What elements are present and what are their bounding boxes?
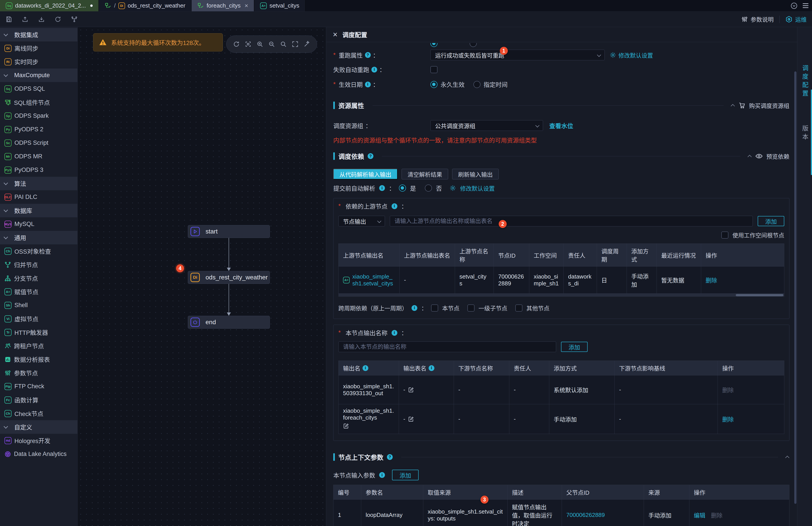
submit-icon[interactable]	[22, 16, 28, 23]
search-icon[interactable]	[280, 41, 287, 47]
collapse-icon[interactable]	[730, 104, 735, 108]
sidebar-item-函数计算[interactable]: Fc函数计算	[0, 393, 77, 407]
buy-resource-group-link[interactable]: 购买调度资源组	[749, 101, 789, 109]
help-icon[interactable]	[368, 153, 373, 159]
save-icon[interactable]	[5, 16, 12, 23]
info-icon[interactable]	[365, 82, 371, 87]
node-end[interactable]: end	[188, 316, 270, 328]
sidebar-item-odps-sql[interactable]: SqODPS SQL	[0, 82, 77, 96]
radio-auto-parse-yes[interactable]	[399, 185, 406, 192]
edit-link[interactable]: 编辑	[694, 512, 705, 519]
tab-foreach-citys[interactable]: foreach_citys×	[192, 0, 255, 11]
clear-parse-button[interactable]: 清空解析结果	[402, 169, 448, 179]
sidebar-item-http触发器[interactable]: TrHTTP触发器	[0, 325, 77, 339]
tab-dataworks-di-2022-04-2-[interactable]: Sqdataworks_di_2022_04_2...	[0, 0, 99, 11]
refresh-icon[interactable]	[233, 41, 240, 47]
close-icon[interactable]: ×	[245, 3, 248, 9]
edit-icon[interactable]	[408, 387, 414, 393]
sidebar-item-shell[interactable]: ShShell	[0, 298, 77, 312]
collapse-icon[interactable]	[748, 155, 752, 159]
sidebar-item-odps-spark[interactable]: SpODPS Spark	[0, 109, 77, 122]
upstream-search-input[interactable]	[394, 218, 748, 225]
upstream-add-button[interactable]: 添加	[758, 216, 784, 226]
info-icon[interactable]	[379, 185, 385, 191]
sidebar-item-分支节点[interactable]: 分支节点	[0, 272, 77, 285]
info-icon[interactable]	[411, 305, 417, 311]
sidebar-group-数据库[interactable]: 数据库	[0, 204, 77, 217]
help-icon[interactable]	[365, 52, 371, 58]
info-icon[interactable]	[392, 330, 397, 336]
preview-dependency-link[interactable]: 预览依赖	[766, 152, 789, 160]
parent-node-id-link[interactable]: 700006262889	[566, 512, 605, 518]
sidebar-item-mysql[interactable]: MySMySQL	[0, 217, 77, 231]
sidebar-item-check节点[interactable]: ChCheck节点	[0, 407, 77, 420]
collapse-icon[interactable]	[785, 456, 789, 460]
checkout-icon[interactable]	[38, 16, 45, 23]
chevron-down-circle-icon[interactable]	[790, 2, 798, 10]
vertical-scrollbar[interactable]	[794, 45, 797, 524]
sidebar-item-odps-mr[interactable]: MrODPS MR	[0, 150, 77, 163]
water-level-link[interactable]: 查看水位	[549, 121, 573, 130]
edit-icon[interactable]	[408, 416, 414, 422]
root-node-checkbox[interactable]	[721, 232, 728, 238]
gear-icon[interactable]	[610, 52, 616, 58]
params-doc-button[interactable]: 参数说明	[741, 15, 774, 23]
sidebar-item-oss对象检查[interactable]: ChOSS对象检查	[0, 244, 77, 258]
info-icon[interactable]	[392, 203, 397, 209]
gear-icon[interactable]	[449, 185, 456, 191]
cross-cycle-self-checkbox[interactable]	[431, 305, 438, 311]
sidebar-item-离线同步[interactable]: Di离线同步	[0, 42, 77, 55]
sidebar-item-赋值节点[interactable]: A=赋值节点	[0, 285, 77, 298]
resource-group-select[interactable]: 公共调度资源组	[430, 120, 543, 131]
modify-default-link[interactable]: 修改默认设置	[619, 51, 653, 59]
horizontal-scrollbar[interactable]	[338, 294, 784, 297]
sidebar-item-虚拟节点[interactable]: Vi虚拟节点	[0, 312, 77, 325]
radio-specified-time[interactable]	[474, 81, 480, 88]
output-name-input[interactable]	[343, 344, 551, 350]
sidebar-item-odps-script[interactable]: ScODPS Script	[0, 136, 77, 150]
delete-link[interactable]: 删除	[706, 277, 717, 284]
fit-icon[interactable]	[245, 41, 251, 47]
fullscreen-icon[interactable]	[292, 41, 299, 47]
sidebar-item-pyodps-2[interactable]: PyPyODPS 2	[0, 122, 77, 136]
info-icon[interactable]	[372, 67, 377, 73]
auto-rerun-checkbox[interactable]	[430, 66, 437, 73]
refresh-icon[interactable]	[55, 16, 61, 23]
sidebar-item-ftp-check[interactable]: FtpFTP Check	[0, 380, 77, 393]
info-icon[interactable]	[379, 472, 385, 478]
format-icon[interactable]	[304, 41, 310, 47]
info-icon[interactable]	[363, 365, 368, 371]
output-add-button[interactable]: 添加	[561, 342, 588, 352]
sidebar-item-data-lake-analytics[interactable]: Data Lake Analytics	[0, 447, 77, 461]
upstream-type-select[interactable]: 节点输出	[338, 216, 385, 227]
sidebar-item-pai-dlc[interactable]: DLCPAI DLC	[0, 190, 77, 204]
sidebar-group-算法[interactable]: 算法	[0, 177, 77, 190]
sidebar-item-sql组件节点[interactable]: SQL组件节点	[0, 96, 77, 109]
upstream-output-name-link[interactable]: xiaobo_simple_sh1.setval_citys	[352, 273, 395, 287]
modify-default-link[interactable]: 修改默认设置	[460, 184, 495, 192]
sidebar-group-自定义[interactable]: 自定义	[0, 420, 77, 434]
close-icon[interactable]: ×	[333, 31, 337, 39]
sidebar-item-归并节点[interactable]: 归并节点	[0, 258, 77, 272]
sidebar-group-数据集成[interactable]: 数据集成	[0, 28, 77, 42]
clipped-radio[interactable]	[430, 43, 437, 47]
sidebar-item-hologres开发[interactable]: HdHologres开发	[0, 434, 77, 447]
rail-tab-schedule-config[interactable]: 调度配置	[800, 65, 809, 99]
ops-button[interactable]: 运维	[785, 15, 807, 23]
radio-permanent[interactable]	[430, 81, 437, 88]
info-icon[interactable]	[429, 365, 434, 371]
sidebar-item-数据分析报表[interactable]: 数据分析报表	[0, 353, 77, 366]
menu-icon[interactable]	[803, 3, 809, 8]
delete-link[interactable]: 删除	[722, 416, 734, 423]
zoom-out-icon[interactable]	[268, 41, 275, 47]
flow-canvas[interactable]: 系统支持的最大循环次数为128次。 start 4 Di ods_rest_ci…	[78, 27, 326, 526]
refresh-io-button[interactable]: 刷新输入输出	[452, 169, 499, 179]
sidebar-item-实时同步[interactable]: Ri实时同步	[0, 55, 77, 69]
zoom-in-icon[interactable]	[257, 41, 263, 47]
sidebar-group-maxcompute[interactable]: MaxCompute	[0, 69, 77, 82]
radio-auto-parse-no[interactable]	[425, 185, 432, 192]
input-params-add-button[interactable]: 添加	[392, 470, 419, 480]
tab-setval-citys[interactable]: A=setval_citys	[254, 0, 305, 11]
sidebar-item-跨租户节点[interactable]: 跨租户节点	[0, 339, 77, 353]
workflow-icon[interactable]	[71, 16, 77, 23]
